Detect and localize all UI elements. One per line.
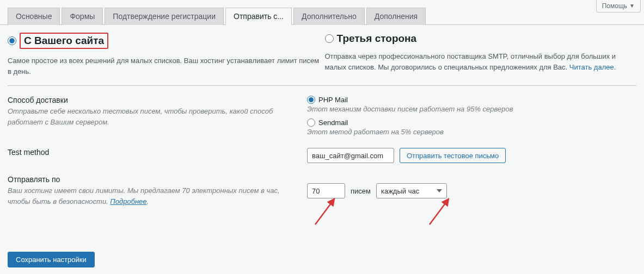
emails-per-input[interactable] — [307, 183, 345, 198]
send-by-hint: Ваш хостинг имеет свои лимиты. Мы предла… — [8, 185, 302, 207]
radio-own-site[interactable] — [8, 36, 16, 45]
divider — [8, 85, 636, 86]
test-email-input[interactable] — [307, 148, 394, 163]
chevron-down-icon: ▼ — [629, 3, 635, 9]
tab-addons[interactable]: Дополнения — [366, 8, 426, 25]
tabs-nav: Основные Формы Подтверждение регистрации… — [0, 8, 644, 25]
svg-line-0 — [315, 199, 334, 225]
tab-send-with[interactable]: Отправить с... — [225, 8, 292, 25]
sendmail-hint: Этот метод работает на 5% серверов — [307, 128, 636, 136]
tab-forms[interactable]: Формы — [62, 8, 103, 25]
delivery-method-label: Способ доставки — [8, 96, 302, 104]
radio-sendmail[interactable] — [307, 119, 315, 127]
help-label: Помощь — [602, 2, 627, 10]
option-own-site-title[interactable]: С Вашего сайта — [20, 33, 108, 49]
test-method-label: Test method — [8, 148, 302, 157]
option-own-site-desc: Самое простое из всех решений для малых … — [8, 55, 320, 77]
learn-more-link[interactable]: Подробнее — [110, 197, 146, 205]
help-toggle[interactable]: Помощь ▼ — [596, 0, 641, 13]
phpmail-label[interactable]: PHP Mail — [318, 96, 348, 104]
option-third-party-desc: Отправка через профессионального поставщ… — [325, 51, 637, 72]
radio-third-party[interactable] — [325, 34, 334, 43]
svg-line-1 — [430, 199, 449, 225]
tab-basic[interactable]: Основные — [8, 8, 60, 25]
tab-confirmation[interactable]: Подтверждение регистрации — [105, 8, 224, 25]
phpmail-hint: Этот механизм доставки писем работает на… — [307, 105, 636, 113]
save-settings-button[interactable]: Сохранить настройки — [8, 252, 95, 267]
arrow-icon — [427, 195, 454, 227]
send-test-button[interactable]: Отправить тестовое письмо — [400, 148, 506, 163]
radio-phpmail[interactable] — [307, 96, 315, 104]
delivery-method-hint: Отправьте себе несколько тестовых писем,… — [8, 106, 302, 127]
arrow-icon — [312, 195, 340, 227]
read-more-link[interactable]: Читать далее — [569, 63, 614, 71]
emails-unit: писем — [351, 187, 371, 195]
option-third-party-title[interactable]: Третья сторона — [337, 33, 417, 45]
tab-advanced[interactable]: Дополнительно — [293, 8, 365, 25]
sendmail-label[interactable]: Sendmail — [318, 119, 348, 127]
interval-select[interactable]: каждый час — [376, 183, 447, 198]
send-by-label: Отправлять по — [8, 175, 302, 184]
